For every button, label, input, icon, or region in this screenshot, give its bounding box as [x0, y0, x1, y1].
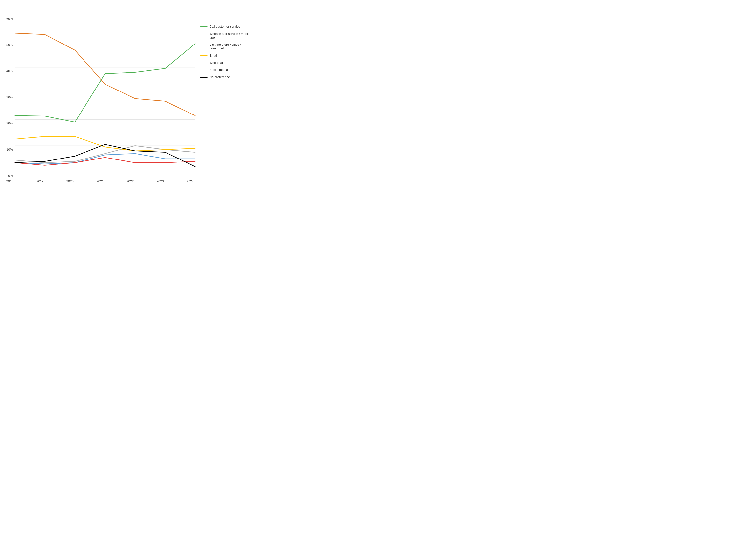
legend-item: Call customer service [200, 25, 252, 28]
legend-color-line [200, 26, 208, 27]
x-axis-label: 2020 [65, 179, 75, 182]
chart-svg [15, 15, 195, 172]
legend-label: Web chat [210, 61, 223, 65]
legend-item: Social media [200, 68, 252, 72]
legend-color-line [200, 44, 208, 45]
legend-label: Call customer service [210, 25, 240, 28]
legend-color-line [200, 63, 208, 63]
x-axis-label: 2018 [5, 179, 15, 182]
legend-label: No preference [210, 75, 230, 79]
legend-label: Website self-service / mobile app [210, 32, 252, 39]
x-axis-label: 2022 [125, 179, 135, 182]
y-axis-label: 30% [6, 95, 13, 99]
legend-label: Email [210, 54, 218, 57]
legend-item: Web chat [200, 61, 252, 65]
legend-label: Visit the store / office / branch, etc. [210, 43, 252, 50]
legend-item: Website self-service / mobile app [200, 32, 252, 39]
legend-color-line [200, 70, 208, 70]
legend-color-line [200, 55, 208, 56]
x-axis-label: 2019 [35, 179, 45, 182]
y-axis-label: 50% [6, 43, 13, 46]
y-axis-label: 40% [6, 69, 13, 73]
legend-label: Social media [210, 68, 228, 72]
y-axis-label: 60% [6, 17, 13, 21]
chart-container: 60%50%40%30%20%10%0% 2018201920202021202… [0, 0, 252, 182]
x-axis-label: 2021 [95, 179, 105, 182]
legend: Call customer serviceWebsite self-servic… [195, 15, 252, 172]
legend-item: Visit the store / office / branch, etc. [200, 43, 252, 50]
x-axis-label: 2024 [185, 179, 195, 182]
y-axis-label: 20% [6, 121, 13, 125]
legend-item: Email [200, 54, 252, 57]
y-axis-label: 0% [8, 174, 13, 177]
chart-body: 60%50%40%30%20%10%0% 2018201920202021202… [0, 15, 252, 172]
x-axis-label: 2023 [155, 179, 165, 182]
legend-color-line [200, 77, 208, 78]
chart-plot-area: 2018201920202021202220232024 [15, 15, 195, 172]
legend-color-line [200, 34, 208, 34]
y-axis-label: 10% [6, 148, 13, 151]
chart-title [0, 0, 252, 4]
y-axis: 60%50%40%30%20%10%0% [0, 15, 15, 172]
legend-item: No preference [200, 75, 252, 79]
